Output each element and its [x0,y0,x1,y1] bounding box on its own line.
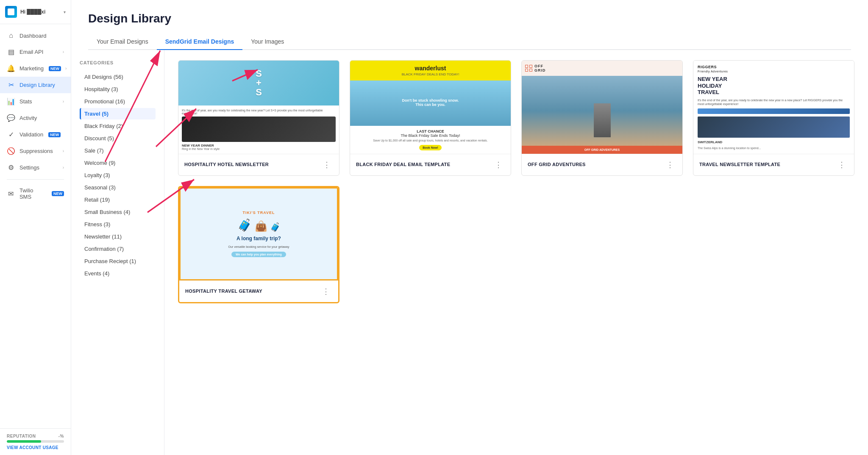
template-card-travel-getaway[interactable]: TIKI'S TRAVEL 🧳 👜 🧳 A long family trip? … [178,186,339,303]
main-header: Design Library Your Email Designs SendGr… [71,0,868,50]
tnl-main-image [698,108,850,114]
hotel-preview-bottom: It's the end of year, are you ready for … [178,105,339,154]
template-name-getaway: HOSPITALITY TRAVEL GETAWAY [185,288,320,294]
getaway-brand: TIKI'S TRAVEL [243,211,275,215]
templates-grid: S+S It's the end of year, are you ready … [178,60,854,303]
reputation-bar-background [7,440,64,443]
sidebar-label-design-library: Design Library [19,82,55,88]
reputation-value: -% [58,434,64,438]
sidebar-item-settings[interactable]: ⚙ Settings › [0,159,71,176]
sidebar-footer: REPUTATION -% VIEW ACCOUNT USAGE [0,428,71,455]
stats-chevron-icon: › [63,99,64,104]
template-name-tnl: TRAVEL NEWSLETTER TEMPLATE [699,161,835,168]
template-card-off-grid[interactable]: OFFGRID OFF GRID ADVENTURES OFF GRID ADV… [521,60,683,176]
bf-logo: wanderlust [354,65,506,72]
sidebar-item-dashboard[interactable]: ⌂ Dashboard [0,28,71,44]
category-purchase-receipt[interactable]: Purchase Reciept (1) [80,255,156,267]
view-account-usage-link[interactable]: VIEW ACCOUNT USAGE [7,445,64,450]
template-name-bf: BLACK FRIDAY DEAL EMAIL TEMPLATE [356,161,492,168]
sidebar-item-activity[interactable]: 💬 Activity [0,110,71,126]
marketing-chevron-icon: › [65,66,67,71]
stats-icon: 📊 [7,97,15,105]
template-info-getaway: HOSPITALITY TRAVEL GETAWAY ⋮ [179,280,338,302]
sidebar-label-marketing: Marketing [19,65,44,72]
template-thumb-tnl: RIGGERSFriendly Adventures NEW YEARHOLID… [693,61,854,154]
template-name-hospitality: HOSPITALITY HOTEL NEWSLETTER [184,161,320,168]
category-loyalty[interactable]: Loyalty (3) [80,169,156,181]
sidebar-label-suppressions: Suppressions [19,148,53,154]
bf-cta: LAST CHANCEThe Black Friday Sale Ends To… [350,126,511,154]
sidebar-item-validation[interactable]: ✓ Validation NEW [0,126,71,143]
template-preview-offgrid: OFFGRID OFF GRID ADVENTURES [522,61,682,154]
design-library-icon: ✂ [7,81,15,89]
category-travel[interactable]: Travel (5) [80,108,156,119]
categories-title: CATEGORIES [80,60,156,65]
template-card-travel-newsletter[interactable]: RIGGERSFriendly Adventures NEW YEARHOLID… [693,60,854,176]
template-info-offgrid: OFF GRID ADVENTURES ⋮ [522,154,682,175]
reputation-section: REPUTATION -% [7,434,64,438]
suppressions-icon: 🚫 [7,147,15,155]
marketing-new-badge: NEW [49,66,61,71]
sidebar-item-twilio-sms[interactable]: ✉ Twilio SMS NEW [0,183,71,204]
reputation-label: REPUTATION [7,434,36,438]
hotel-logo-text: S+S [256,69,262,97]
bf-header: wanderlust BLACK FRIDAY DEALS END TODAY! [350,61,511,80]
sidebar-item-design-library[interactable]: ✂ Design Library [0,77,71,93]
tab-your-images[interactable]: Your Images [242,34,292,50]
twilio-new-badge: NEW [52,191,64,196]
category-welcome[interactable]: Welcome (9) [80,157,156,169]
sidebar-header[interactable]: Hi ████xi ▾ [0,0,71,24]
tnl-brand: RIGGERSFriendly Adventures [698,65,850,73]
category-retail[interactable]: Retail (19) [80,194,156,205]
suppressions-chevron-icon: › [63,149,64,153]
category-sale[interactable]: Sale (7) [80,145,156,156]
category-all-designs[interactable]: All Designs (56) [80,71,156,83]
settings-chevron-icon: › [63,165,64,170]
category-newsletter[interactable]: Newsletter (11) [80,231,156,242]
template-menu-tnl[interactable]: ⋮ [835,159,848,170]
email-api-icon: ▤ [7,48,15,56]
sidebar-label-activity: Activity [19,115,37,121]
template-card-black-friday[interactable]: wanderlust BLACK FRIDAY DEALS END TODAY!… [350,60,511,176]
reputation-bar-fill [7,440,41,443]
template-thumb-hospitality: S+S It's the end of year, are you ready … [178,61,339,154]
app-logo [5,6,17,18]
hotel-preview-top: S+S [178,61,339,105]
category-fitness[interactable]: Fitness (3) [80,219,156,230]
tab-sendgrid-designs[interactable]: SendGrid Email Designs [157,34,243,50]
template-preview-getaway: TIKI'S TRAVEL 🧳 👜 🧳 A long family trip? … [181,189,337,279]
sidebar-item-stats[interactable]: 📊 Stats › [0,93,71,110]
template-card-hospitality-hotel[interactable]: S+S It's the end of year, are you ready … [178,60,339,176]
sidebar-item-email-api[interactable]: ▤ Email API › [0,44,71,60]
sidebar-label-dashboard: Dashboard [19,33,47,39]
category-confirmation[interactable]: Confirmation (7) [80,243,156,255]
getaway-headline: A long family trip? [236,236,281,242]
template-info-hospitality: HOSPITALITY HOTEL NEWSLETTER ⋮ [178,154,339,175]
template-preview-tnl: RIGGERSFriendly Adventures NEW YEARHOLID… [693,61,854,154]
template-info-bf: BLACK FRIDAY DEAL EMAIL TEMPLATE ⋮ [350,154,511,175]
sidebar-item-marketing[interactable]: 🔔 Marketing NEW › [0,60,71,77]
category-black-friday[interactable]: Black Friday (2) [80,120,156,132]
category-hospitality[interactable]: Hospitality (3) [80,83,156,95]
offgrid-footer: OFF GRID ADVENTURES [522,146,682,154]
template-menu-bf[interactable]: ⋮ [492,159,505,170]
category-small-business[interactable]: Small Business (4) [80,206,156,218]
sidebar-item-suppressions[interactable]: 🚫 Suppressions › [0,143,71,159]
tabs-bar: Your Email Designs SendGrid Email Design… [88,34,851,50]
template-menu-hospitality[interactable]: ⋮ [320,159,333,170]
email-api-chevron-icon: › [63,50,64,54]
offgrid-logo [525,65,533,72]
category-events[interactable]: Events (4) [80,268,156,279]
offgrid-header: OFFGRID [522,61,682,76]
offgrid-image [522,76,682,146]
category-promotional[interactable]: Promotional (16) [80,96,156,107]
template-menu-getaway[interactable]: ⋮ [320,286,332,297]
template-menu-offgrid[interactable]: ⋮ [664,159,676,170]
category-discount[interactable]: Discount (5) [80,133,156,144]
tab-your-designs[interactable]: Your Email Designs [88,34,157,50]
tnl-title: NEW YEARHOLIDAYTRAVEL [698,76,850,96]
category-seasonal[interactable]: Seasonal (3) [80,182,156,193]
getaway-cta-button: We can help you plan everything [231,252,286,257]
tnl-secondary-image [698,117,850,138]
template-preview-bf: wanderlust BLACK FRIDAY DEALS END TODAY!… [350,61,511,154]
